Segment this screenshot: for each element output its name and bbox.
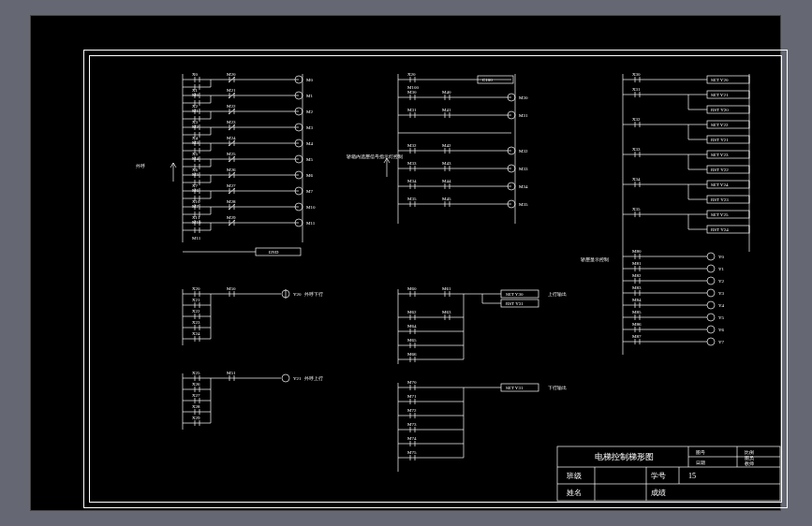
- svg-text:M7: M7: [306, 189, 313, 194]
- svg-text:M23: M23: [227, 120, 236, 124]
- svg-text:M3: M3: [306, 125, 313, 130]
- svg-point-454: [707, 338, 715, 345]
- svg-text:M34: M34: [519, 184, 528, 189]
- svg-text:M72: M72: [407, 408, 417, 413]
- svg-text:Y0: Y0: [718, 255, 725, 259]
- svg-text:RST Y31: RST Y31: [506, 301, 524, 306]
- svg-text:SET Y22: SET Y22: [711, 123, 729, 127]
- schematic: X0M20M0M0X1M21M1M1X2M22M2M2X3M23M3M3X4M2…: [89, 55, 782, 503]
- svg-text:成绩: 成绩: [651, 489, 666, 497]
- svg-text:Y21: Y21: [293, 376, 302, 381]
- svg-text:M3: M3: [192, 140, 199, 145]
- svg-text:M11: M11: [192, 236, 201, 241]
- svg-text:SET Y30: SET Y30: [506, 292, 524, 297]
- svg-text:X32: X32: [632, 117, 641, 122]
- svg-text:X0: X0: [192, 72, 199, 77]
- svg-text:RST Y23: RST Y23: [711, 197, 729, 202]
- left-lower2-label: 外呼上行: [304, 375, 323, 381]
- svg-text:SET Y24: SET Y24: [711, 183, 729, 187]
- svg-text:M63: M63: [442, 310, 451, 314]
- svg-text:M31: M31: [407, 108, 417, 112]
- svg-text:X24: X24: [192, 331, 200, 336]
- svg-text:图员: 图员: [745, 456, 754, 460]
- svg-text:M62: M62: [407, 310, 417, 314]
- svg-text:教师: 教师: [745, 461, 754, 466]
- svg-text:RST Y20: RST Y20: [711, 108, 729, 112]
- svg-text:Y3: Y3: [718, 291, 725, 296]
- svg-text:M80: M80: [632, 249, 642, 254]
- svg-text:姓名: 姓名: [567, 489, 582, 497]
- svg-text:M87: M87: [632, 334, 642, 339]
- svg-text:Y1: Y1: [718, 267, 725, 271]
- svg-text:M33: M33: [519, 167, 528, 171]
- svg-text:M70: M70: [407, 380, 417, 385]
- svg-text:M65: M65: [407, 338, 417, 343]
- svg-text:M2: M2: [192, 124, 199, 129]
- svg-text:Y20: Y20: [293, 292, 302, 297]
- svg-text:X5: X5: [192, 152, 199, 156]
- svg-text:M4: M4: [306, 141, 313, 146]
- title-main: 电梯控制梯形图: [595, 452, 654, 461]
- svg-text:M82: M82: [632, 273, 642, 278]
- svg-text:X1: X1: [192, 88, 199, 93]
- svg-text:M35: M35: [519, 202, 528, 207]
- svg-text:Y2: Y2: [718, 279, 725, 284]
- svg-text:M25: M25: [227, 152, 236, 156]
- svg-text:SET Y23: SET Y23: [711, 153, 729, 157]
- svg-text:X34: X34: [632, 177, 641, 182]
- svg-text:M5: M5: [306, 157, 313, 162]
- svg-text:Y4: Y4: [718, 303, 725, 308]
- svg-text:M31: M31: [519, 113, 528, 118]
- svg-text:SET Y20: SET Y20: [711, 78, 729, 82]
- svg-point-424: [707, 277, 715, 285]
- svg-text:M50: M50: [227, 286, 236, 291]
- middle-lower-2: M70 SET Y31 M71 M72 M73 M74 M75 下行输出: [398, 380, 567, 472]
- svg-text:M22: M22: [227, 104, 236, 109]
- svg-text:M41: M41: [442, 108, 451, 112]
- cad-canvas[interactable]: X0M20M0M0X1M21M1M1X2M22M2M2X3M23M3M3X4M2…: [30, 15, 781, 511]
- svg-text:M43: M43: [442, 161, 451, 166]
- svg-text:M34: M34: [407, 179, 417, 183]
- svg-text:SET Y31: SET Y31: [506, 386, 524, 390]
- svg-text:M28: M28: [227, 199, 236, 204]
- svg-point-418: [707, 265, 715, 272]
- svg-text:X23: X23: [192, 320, 200, 325]
- svg-text:M27: M27: [227, 183, 236, 188]
- svg-text:M44: M44: [442, 179, 451, 183]
- svg-text:M73: M73: [407, 422, 417, 427]
- svg-text:SET Y25: SET Y25: [711, 212, 729, 217]
- svg-text:M60: M60: [407, 286, 417, 291]
- svg-text:Y7: Y7: [718, 340, 725, 344]
- svg-text:X22: X22: [192, 309, 200, 314]
- svg-text:M64: M64: [407, 324, 417, 329]
- title-block: 电梯控制梯形图 图号 日期 比例 图员 教师 班级 学号 15 姓名 成绩: [557, 446, 780, 501]
- svg-text:M20: M20: [227, 72, 236, 77]
- left-group-label: 外呼: [136, 163, 145, 168]
- svg-text:X26: X26: [192, 382, 200, 387]
- svg-text:M10: M10: [192, 220, 201, 225]
- svg-text:Y6: Y6: [718, 328, 725, 332]
- svg-text:图号: 图号: [696, 450, 705, 455]
- svg-text:班级: 班级: [567, 472, 582, 480]
- svg-text:X33: X33: [632, 147, 641, 152]
- svg-text:Y5: Y5: [718, 315, 725, 320]
- svg-text:X6: X6: [192, 168, 199, 172]
- right-group-label: 轿层显示控制: [581, 256, 609, 262]
- svg-text:M66: M66: [407, 352, 417, 357]
- svg-text:比例: 比例: [745, 449, 754, 455]
- svg-text:M86: M86: [632, 322, 642, 327]
- mid-lower2-label: 下行输出: [548, 385, 567, 390]
- svg-text:RST Y21: RST Y21: [711, 138, 729, 142]
- svg-text:X31: X31: [632, 87, 641, 92]
- svg-text:M0: M0: [192, 93, 199, 97]
- middle-lower-1: M60 M61 SET Y30 RST Y31 M62 M63 M64 M65 …: [398, 286, 567, 364]
- svg-text:M74: M74: [407, 436, 417, 441]
- svg-text:M2: M2: [306, 110, 313, 114]
- svg-text:学号: 学号: [651, 472, 666, 480]
- left-lower-1: X20 M50 Y20 X21 X22 X23 X24 外呼下行: [183, 286, 323, 345]
- svg-text:M83: M83: [632, 285, 642, 290]
- svg-point-194: [282, 374, 289, 382]
- svg-text:M32: M32: [519, 149, 528, 153]
- svg-text:M11: M11: [306, 221, 316, 226]
- svg-text:SET Y21: SET Y21: [711, 93, 729, 97]
